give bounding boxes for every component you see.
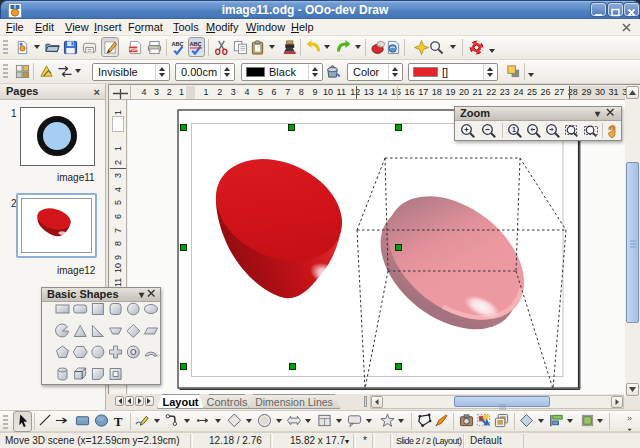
svg-text:PDF: PDF	[129, 47, 138, 52]
svg-text:1: 1	[512, 126, 516, 133]
svg-text:T: T	[114, 414, 123, 429]
